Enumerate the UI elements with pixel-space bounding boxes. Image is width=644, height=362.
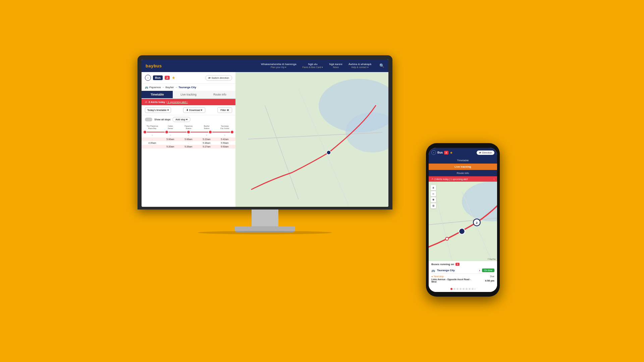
add-stop-button[interactable]: Add stop ▾ bbox=[172, 117, 191, 122]
map-svg bbox=[235, 72, 388, 207]
web-logo: baybus bbox=[146, 63, 162, 68]
zoom-out-button[interactable]: − bbox=[431, 191, 436, 196]
time-row-1: - 5:06am 5:06am 5:22am 5:42am bbox=[142, 137, 235, 141]
tab-timetable[interactable]: Timetable bbox=[142, 91, 173, 98]
phone-navbar: ‹ Bus 2 ★ ⇄ Direction bbox=[429, 148, 497, 157]
logo-bus: bus bbox=[154, 63, 162, 68]
svg-point-17 bbox=[459, 228, 465, 234]
search-icon[interactable]: 🔍 bbox=[379, 63, 384, 68]
download-button[interactable]: ⬇ Download ▾ bbox=[183, 107, 206, 113]
monitor-neck bbox=[252, 209, 278, 226]
nav-plan-trip[interactable]: Whakamaheretia tō haerenga Plan your tri… bbox=[261, 63, 296, 69]
nav-help[interactable]: Āwhina & whakapā Help & contact ▾ bbox=[348, 63, 371, 69]
stop-dot-1 bbox=[144, 131, 146, 133]
phone-tab-live-tracking[interactable]: Live tracking bbox=[429, 164, 497, 170]
next-stop-label: ● Next stop Due bbox=[431, 275, 494, 278]
carousel-dot-3[interactable] bbox=[457, 288, 459, 290]
bus-service-row: 🚌 Tauranga City › On time bbox=[431, 267, 494, 274]
favourite-icon[interactable]: ★ bbox=[172, 75, 175, 80]
phone-bezel: ‹ Bus 2 ★ ⇄ Direction Timetable Live tra… bbox=[426, 143, 500, 297]
alert-link[interactable]: | 1 upcoming alert › bbox=[166, 101, 188, 104]
stop-col-4: BayfairStation bbox=[198, 125, 215, 129]
back-button[interactable]: ‹ bbox=[145, 75, 151, 81]
phone-tab-route-info[interactable]: Route info bbox=[429, 170, 497, 176]
timetable-controls: Today's timetable ▾ ⬇ Download ▾ Filter … bbox=[142, 105, 235, 115]
alert-banner: ⚠ 2 Alerts today | 1 upcoming alert › bbox=[142, 99, 235, 105]
scene: baybus Whakamaheretia tō haerenga Plan y… bbox=[138, 55, 506, 307]
next-stop-name: Links Avenue - Opposite Ascot Road - Wes… bbox=[431, 278, 475, 283]
logo-bay: bay bbox=[146, 63, 154, 68]
svg-point-7 bbox=[327, 150, 331, 155]
carousel-dot-5[interactable] bbox=[463, 288, 465, 290]
filter-button[interactable]: Filter ⊕ bbox=[217, 107, 232, 113]
phone-tab-list: Timetable Live tracking Route info bbox=[429, 157, 497, 176]
phone-back-button[interactable]: ‹ bbox=[431, 150, 436, 155]
route-line-1 bbox=[147, 132, 165, 132]
zoom-in-button[interactable]: + bbox=[431, 185, 436, 190]
route-line-3 bbox=[191, 132, 208, 132]
today-timetable-select[interactable]: Today's timetable ▾ bbox=[145, 107, 171, 113]
route-breadcrumb: 🚌 Papamoa → Bayfair → Tauranga City bbox=[142, 84, 235, 91]
carousel-dot-8[interactable] bbox=[472, 288, 474, 290]
stop-col-3: PapamoaStation bbox=[180, 125, 197, 129]
alert-icon: ⚠ bbox=[145, 101, 147, 104]
monitor-screen: baybus Whakamaheretia tō haerenga Plan y… bbox=[142, 59, 388, 207]
map-layers-button[interactable]: ⊕ bbox=[431, 197, 436, 202]
carousel-dot-4[interactable] bbox=[460, 288, 462, 290]
svg-text:2: 2 bbox=[476, 221, 478, 225]
buses-running-header: Buses running on 1 bbox=[431, 263, 494, 266]
carousel-dot-1[interactable] bbox=[450, 288, 452, 290]
stop-col-5: TaurangaCity Grand bbox=[216, 125, 233, 129]
show-all-stops-toggle[interactable] bbox=[145, 118, 152, 121]
time-row-2: 4:05am - - 5:36am 5:59am bbox=[142, 141, 235, 145]
phone-direction-button[interactable]: ⇄ Direction bbox=[477, 150, 494, 155]
web-navbar: baybus Whakamaheretia tō haerenga Plan y… bbox=[142, 59, 388, 72]
carousel-dot-2[interactable] bbox=[453, 288, 455, 290]
bus-service-icon: 🚌 bbox=[431, 269, 435, 272]
due-time: 4:56 pm bbox=[485, 279, 494, 282]
switch-direction-button[interactable]: ⇄ Switch direction bbox=[205, 75, 232, 81]
tab-route-info[interactable]: Route info bbox=[204, 91, 235, 98]
route-panel: ‹ Bus 2 ★ ⇄ Switch direction 🚌 bbox=[142, 72, 235, 207]
running-count-badge: 1 bbox=[455, 263, 460, 266]
web-app: baybus Whakamaheretia tō haerenga Plan y… bbox=[142, 59, 388, 207]
route-line-4 bbox=[212, 132, 230, 132]
stops-controls: Show all stops Add stop ▾ bbox=[142, 115, 235, 124]
phone-map: 2 + − ⊕ ◎ © MapTiler bbox=[429, 182, 497, 261]
bus-label: Bus bbox=[153, 75, 163, 80]
carousel-next-arrow[interactable]: › bbox=[475, 287, 476, 291]
on-time-badge: On time bbox=[482, 268, 494, 272]
breadcrumb-icon: 🚌 bbox=[145, 86, 148, 89]
bus-destination[interactable]: Tauranga City bbox=[437, 269, 477, 272]
carousel-dot-7[interactable] bbox=[469, 288, 471, 290]
phone-alert-arrow: › bbox=[494, 178, 494, 180]
buses-running-label: Buses running on bbox=[431, 263, 454, 266]
timetable: The PāpāmoaPlaza Bay CaltexSenior Papamo… bbox=[142, 124, 235, 207]
next-stop-row: ● Next stop Due Links Avenue - Opposite … bbox=[431, 274, 494, 284]
tab-row: Timetable Live tracking Route info bbox=[142, 91, 235, 99]
stop-dot-4 bbox=[209, 131, 212, 133]
stop-dot-2 bbox=[165, 131, 168, 133]
x-marks-row: ✕ ✕ ✕ ✕ ✕ bbox=[142, 134, 235, 137]
phone-bus-number: 2 bbox=[444, 151, 448, 155]
carousel-dots: › bbox=[429, 286, 497, 292]
show-all-stops-label: Show all stops bbox=[154, 118, 170, 121]
phone-bus-label: Bus bbox=[437, 151, 443, 154]
my-location-button[interactable]: ◎ bbox=[431, 203, 436, 208]
buses-running-section: Buses running on 1 🚌 Tauranga City › On … bbox=[429, 261, 497, 286]
carousel-dot-6[interactable] bbox=[466, 288, 468, 290]
tab-live-tracking[interactable]: Live tracking bbox=[173, 91, 204, 98]
nav-news[interactable]: Ngā karere News bbox=[329, 63, 342, 69]
panel-header: ‹ Bus 2 ★ ⇄ Switch direction bbox=[142, 72, 235, 84]
bus-number-badge: 2 bbox=[165, 76, 170, 80]
phone-favourite-icon[interactable]: ★ bbox=[450, 151, 453, 155]
stop-dot-3 bbox=[187, 131, 190, 133]
nav-fares[interactable]: Ngā utu Fares & Bee Card ▾ bbox=[302, 63, 323, 69]
phone-alert-banner[interactable]: ⚠ 2 Alerts today | 1 upcoming alert › bbox=[429, 176, 497, 182]
phone-alert-icon: ⚠ bbox=[431, 178, 433, 180]
phone-tab-timetable[interactable]: Timetable bbox=[429, 157, 497, 164]
stop-col-2: CaltexSenior bbox=[162, 125, 179, 129]
desktop-monitor: baybus Whakamaheretia tō haerenga Plan y… bbox=[138, 55, 392, 234]
monitor-shadow bbox=[198, 231, 332, 234]
time-row-3: - 5:20am 5:26am 5:27am 5:53am bbox=[142, 145, 235, 148]
